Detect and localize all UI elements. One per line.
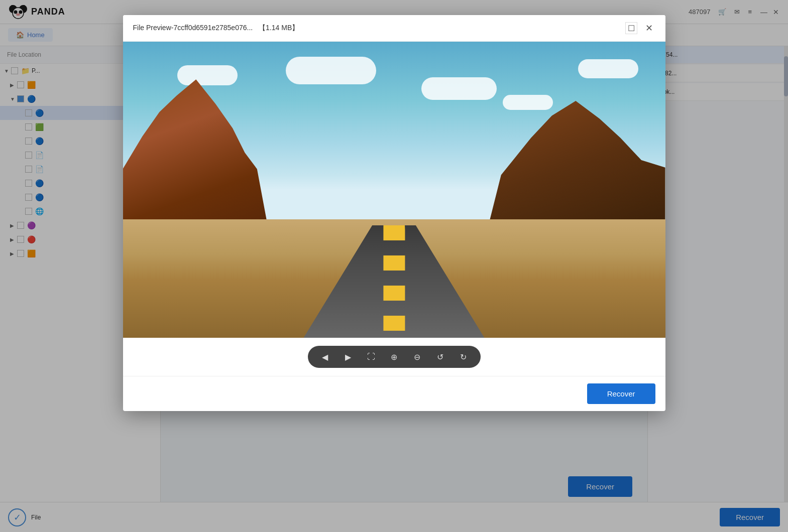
preview-toolbar: ◀ ▶ ⛶ ⊕ ⊖ ↺ ↻ [308,346,481,368]
cloud-decoration [421,77,497,100]
maximize-button[interactable]: ☐ [625,22,637,34]
cloud-decoration [286,57,376,84]
previous-button[interactable]: ◀ [318,350,332,364]
app-window: PANDA 487097 🛒 ✉ ≡ — ✕ 🏠 Home File Locat… [0,0,788,532]
mountain-left [123,71,367,234]
preview-dialog-header: File Preview-7ccff0d6591e2785e076... 【1.… [123,15,665,42]
preview-close-button[interactable]: ✕ [643,22,655,34]
cloud-decoration [503,95,553,110]
road-center-lines [383,225,405,338]
preview-header-buttons: ☐ ✕ [625,22,655,34]
rotate-left-button[interactable]: ↺ [433,350,447,364]
cloud-decoration [578,59,638,78]
recover-button-dialog[interactable]: Recover [587,383,655,404]
preview-dialog-footer: Recover [123,376,665,411]
cloud-decoration [177,65,238,85]
fullscreen-button[interactable]: ⛶ [364,350,378,364]
rotate-right-button[interactable]: ↻ [457,350,471,364]
zoom-in-button[interactable]: ⊕ [387,350,401,364]
preview-image [123,42,665,338]
zoom-out-button[interactable]: ⊖ [410,350,424,364]
preview-image-container [123,42,665,338]
preview-toolbar-container: ◀ ▶ ⛶ ⊕ ⊖ ↺ ↻ [123,338,665,376]
next-button[interactable]: ▶ [341,350,355,364]
preview-dialog: File Preview-7ccff0d6591e2785e076... 【1.… [123,15,665,411]
preview-title: File Preview-7ccff0d6591e2785e076... 【1.… [133,24,625,33]
scene-background [123,42,665,338]
modal-overlay: File Preview-7ccff0d6591e2785e076... 【1.… [0,0,788,532]
